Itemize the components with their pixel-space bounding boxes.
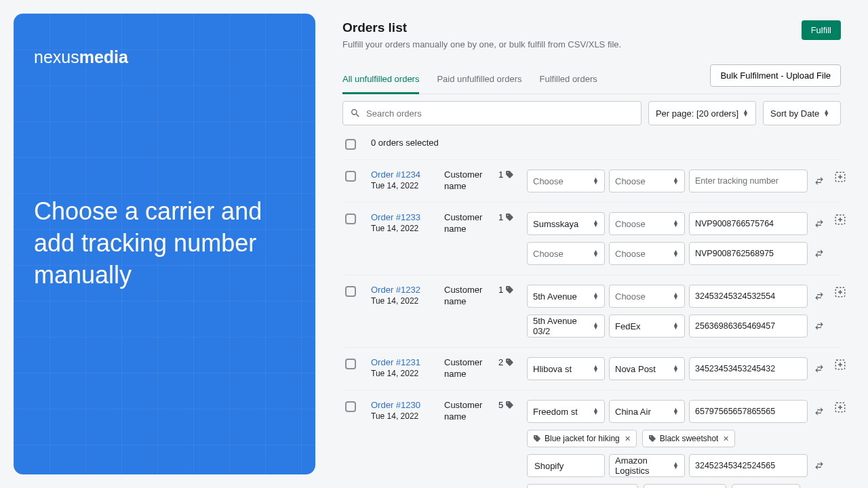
tabs: All unfulfilled orders Paid unfulfilled … bbox=[342, 74, 597, 94]
tracking-input[interactable] bbox=[689, 400, 808, 423]
add-line-button[interactable] bbox=[833, 212, 848, 227]
tab-all-unfulfilled[interactable]: All unfulfilled orders bbox=[342, 74, 419, 94]
fulfillment-line: Choose▲▼Choose▲▼ bbox=[527, 242, 827, 265]
tracking-input[interactable] bbox=[689, 285, 808, 308]
swap-icon[interactable] bbox=[812, 174, 827, 188]
tags-line: Blue jacket for hiking✕Black sweetshot✕ bbox=[527, 430, 827, 447]
carrier-select[interactable]: Choose▲▼ bbox=[609, 242, 685, 265]
tracking-input[interactable] bbox=[689, 169, 808, 192]
swap-icon[interactable] bbox=[812, 319, 827, 333]
add-line-button[interactable] bbox=[833, 357, 848, 372]
address-select[interactable]: Sumsskaya▲▼ bbox=[527, 212, 605, 235]
search-input[interactable] bbox=[366, 108, 634, 119]
order-date: Tue 14, 2022 bbox=[371, 224, 439, 233]
fulfillment-line: Sumsskaya▲▼Choose▲▼ bbox=[527, 212, 827, 235]
tracking-input[interactable] bbox=[689, 212, 808, 235]
page-title: Orders list bbox=[342, 20, 621, 35]
order-link[interactable]: Order #1231 bbox=[371, 357, 439, 367]
order-link[interactable]: Order #1233 bbox=[371, 212, 439, 222]
address-select[interactable]: Hlibova st▲▼ bbox=[527, 357, 605, 380]
product-tag[interactable]: Blue jacket for hiking✕ bbox=[527, 430, 637, 447]
row-checkbox[interactable] bbox=[345, 286, 356, 297]
carrier-select[interactable]: Choose▲▼ bbox=[609, 212, 685, 235]
fulfillment-line: 5th Avenue 03/2▲▼FedEx▲▼ bbox=[527, 314, 827, 338]
order-link[interactable]: Order #1234 bbox=[371, 169, 439, 180]
order-date: Tue 14, 2022 bbox=[371, 411, 439, 421]
add-line-button[interactable] bbox=[833, 169, 848, 184]
fulfillment-line: 5th Avenue▲▼Choose▲▼ bbox=[527, 285, 827, 308]
address-select[interactable]: 5th Avenue 03/2▲▼ bbox=[527, 314, 605, 338]
qty-badge: 5 bbox=[498, 400, 521, 410]
carrier-select[interactable]: Choose▲▼ bbox=[609, 169, 685, 192]
tab-paid-unfulfilled[interactable]: Paid unfulfilled orders bbox=[437, 74, 521, 94]
address-select[interactable]: Choose▲▼ bbox=[527, 242, 605, 265]
order-link[interactable]: Order #1230 bbox=[371, 400, 439, 410]
page-subtitle: Fulfill your orders manually one by one,… bbox=[342, 39, 621, 49]
fulfill-button[interactable]: Fulfill bbox=[802, 20, 841, 40]
tag-remove-icon[interactable]: ✕ bbox=[723, 434, 729, 443]
add-line-button[interactable] bbox=[833, 285, 848, 300]
customer-name: Customername bbox=[444, 400, 493, 423]
address-static: Shopify bbox=[527, 454, 605, 477]
address-select[interactable]: Freedom st▲▼ bbox=[527, 400, 605, 423]
order-link[interactable]: Order #1232 bbox=[371, 285, 439, 295]
qty-badge: 2 bbox=[498, 357, 521, 367]
qty-badge: 1 bbox=[498, 285, 521, 295]
swap-icon[interactable] bbox=[812, 289, 827, 304]
qty-badge: 1 bbox=[498, 169, 521, 180]
address-select[interactable]: Choose▲▼ bbox=[527, 169, 605, 192]
customer-name: Customername bbox=[444, 285, 493, 308]
order-date: Tue 14, 2022 bbox=[371, 181, 439, 190]
search-input-wrap[interactable] bbox=[342, 101, 642, 125]
row-checkbox[interactable] bbox=[345, 401, 356, 412]
customer-name: Customername bbox=[444, 357, 493, 380]
swap-icon[interactable] bbox=[812, 458, 827, 473]
address-select[interactable]: 5th Avenue▲▼ bbox=[527, 285, 605, 308]
carrier-select[interactable]: Nova Post▲▼ bbox=[609, 357, 685, 380]
carrier-select[interactable]: FedEx▲▼ bbox=[609, 314, 685, 338]
row-checkbox[interactable] bbox=[345, 171, 356, 182]
order-row: Order #1230Tue 14, 2022Customername5 Fre… bbox=[342, 390, 841, 488]
tracking-input[interactable] bbox=[689, 314, 808, 338]
order-date: Tue 14, 2022 bbox=[371, 369, 439, 378]
headline-text: Choose a carrier and add tracking number… bbox=[34, 196, 295, 291]
product-tag[interactable]: T-shirt - 2569✕ bbox=[644, 484, 726, 488]
carrier-select[interactable]: Amazon Logistics▲▼ bbox=[609, 454, 685, 477]
tag-remove-icon[interactable]: ✕ bbox=[625, 434, 631, 443]
carrier-select[interactable]: Choose▲▼ bbox=[609, 285, 685, 308]
order-row: Order #1232Tue 14, 2022Customername1 5th… bbox=[342, 275, 841, 348]
order-row: Order #1231Tue 14, 2022Customername2 Hli… bbox=[342, 348, 841, 390]
selected-count: 0 orders selected bbox=[371, 138, 439, 148]
select-all-checkbox[interactable] bbox=[345, 139, 356, 150]
fulfillment-line: Hlibova st▲▼Nova Post▲▼ bbox=[527, 357, 827, 380]
sort-select[interactable]: Sort by Date ▲▼ bbox=[763, 101, 841, 125]
swap-icon[interactable] bbox=[812, 246, 827, 261]
product-tag[interactable]: Hat-2654✕ bbox=[732, 484, 800, 488]
order-row: Order #1234Tue 14, 2022Customername1 Cho… bbox=[342, 160, 841, 203]
tracking-input[interactable] bbox=[689, 454, 808, 477]
swap-icon[interactable] bbox=[812, 404, 827, 419]
row-checkbox[interactable] bbox=[345, 214, 356, 224]
tracking-input[interactable] bbox=[689, 242, 808, 265]
add-line-button[interactable] bbox=[833, 400, 848, 415]
swap-icon[interactable] bbox=[812, 216, 827, 231]
search-icon bbox=[350, 108, 361, 119]
qty-badge: 1 bbox=[498, 212, 521, 222]
customer-name: Customername bbox=[444, 169, 493, 192]
order-date: Tue 14, 2022 bbox=[371, 296, 439, 306]
per-page-select[interactable]: Per page: [20 orders] ▲▼ bbox=[648, 101, 756, 125]
carrier-select[interactable]: China Air▲▼ bbox=[609, 400, 685, 423]
row-checkbox[interactable] bbox=[345, 359, 356, 369]
fulfillment-line: Choose▲▼Choose▲▼ bbox=[527, 169, 827, 192]
brand-logo: nexusmedia bbox=[34, 47, 295, 67]
promo-panel: nexusmedia Choose a carrier and add trac… bbox=[14, 14, 315, 474]
product-tag[interactable]: Black sweetshot✕ bbox=[642, 430, 736, 447]
tags-line: Leather shoes - 3696✕T-shirt - 2569✕Hat-… bbox=[527, 484, 827, 488]
swap-icon[interactable] bbox=[812, 361, 827, 376]
tab-fulfilled[interactable]: Fulfilled orders bbox=[539, 74, 597, 94]
product-tag[interactable]: Leather shoes - 3696✕ bbox=[527, 484, 638, 488]
select-all-row: 0 orders selected bbox=[342, 135, 841, 160]
customer-name: Customername bbox=[444, 212, 493, 235]
tracking-input[interactable] bbox=[689, 357, 808, 380]
bulk-upload-button[interactable]: Bulk Fulfilment - Upload File bbox=[710, 64, 841, 87]
